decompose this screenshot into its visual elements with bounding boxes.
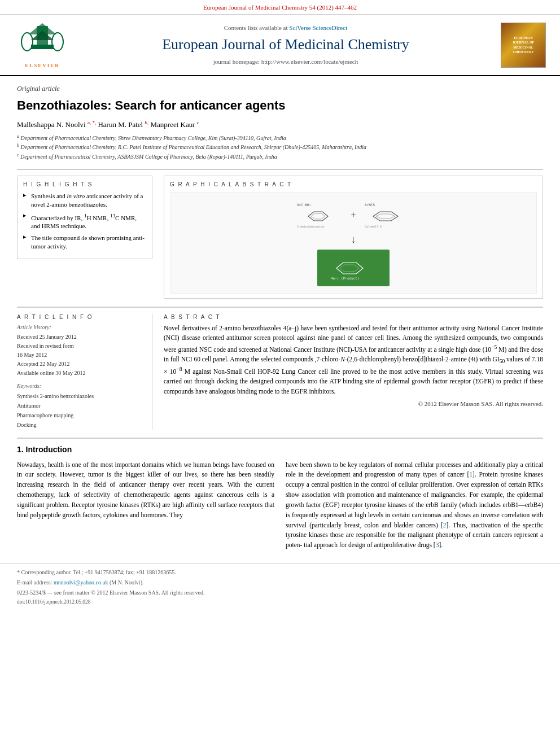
svg-text:4a-j (Product): 4a-j (Product) [331,276,360,281]
keyword-2: Antitumor [17,401,144,410]
introduction-body: Nowadays, health is one of the most impo… [17,460,543,555]
article-dates: Received 25 January 2012 Received in rev… [17,333,144,378]
highlights-graphical-row: H I G H L I G H T S Synthesis and in vit… [17,176,543,299]
svg-text:ArNCS: ArNCS [365,203,375,207]
chem-structure-2-svg: ArNCS Caldwell-3 [362,199,413,230]
author2-name: Harun M. Patel [98,120,143,129]
journal-cover-thumbnail: EUROPEANJOURNAL OFMEDICINALCHEMISTRY [501,23,546,68]
graphical-abstract-image: O=C-NH₂ 2-aminobenzamide + [170,192,537,294]
highlight-item-2: Characterized by IR, 1H NMR, 13C NMR, an… [23,212,146,230]
article-footer: * Corresponding author. Tel.; +91 941756… [0,563,560,610]
abstract-text: Novel derivatives of 2-amino benzothiazo… [164,324,543,396]
keywords-label: Keywords: [17,382,144,390]
info-abstract-row: A R T I C L E I N F O Article history: R… [17,313,543,430]
publisher-logo-area: ELSEVIER [11,20,73,69]
keywords-list: Synthesis 2-amino benzothiazoles Antitum… [17,391,144,430]
article-info-section: A R T I C L E I N F O Article history: R… [17,313,152,430]
journal-header: ELSEVIER Contents lists available at Sci… [0,15,560,76]
product-svg: 4a-j (Product) [325,252,382,281]
abstract-label: A B S T R A C T [164,313,543,321]
section-divider-3 [17,438,543,439]
elsevier-brand-text: ELSEVIER [25,62,60,69]
corresponding-author-footnote: * Corresponding author. Tel.; +91 941756… [17,568,543,576]
issn-line: 0223-5234/$ — see front matter © 2012 El… [17,588,543,597]
article-history-label: Article history: [17,324,144,331]
svg-marker-13 [376,214,395,219]
highlights-section: H I G H L I G H T S Synthesis and in vit… [17,176,152,299]
received-revised-label: Received in revised form [17,342,144,351]
journal-cover-thumbnail-area: EUROPEANJOURNAL OFMEDICINALCHEMISTRY [498,20,549,69]
article-type: Original article [17,84,543,94]
svg-marker-9 [311,213,325,219]
doi-line: doi:10.1016/j.ejmech.2012.05.028 [17,599,543,606]
article-title: Benzothiazoles: Search for anticancer ag… [17,97,543,115]
product-structure: 4a-j (Product) [317,250,390,286]
graphical-abstract-box: G R A P H I C A L A B S T R A C T O=C-NH… [164,176,543,299]
affiliations: a Department of Pharmaceutical Chemistry… [17,133,543,161]
author3-sup: c [197,120,199,125]
section-divider-2 [17,307,543,308]
chem-structure-1-svg: O=C-NH₂ 2-aminobenzamide [294,199,345,230]
affiliation-c: c Department of Pharmaceutical Chemistry… [17,152,543,161]
introduction-heading: 1. Introduction [17,444,543,456]
intro-left-para1: Nowadays, health is one of the most impo… [17,460,274,521]
highlights-box: H I G H L I G H T S Synthesis and in vit… [17,176,152,259]
journal-title: European Journal of Medicinal Chemistry [162,34,409,55]
intro-right-col: have been shown to be key regulators of … [286,460,543,555]
graphical-abstract-section: G R A P H I C A L A B S T R A C T O=C-NH… [164,176,543,299]
email-footnote: E-mail address: mnnoolvi@yahoo.co.uk (M.… [17,578,543,587]
received-date: Received 25 January 2012 [17,333,144,342]
svg-marker-16 [340,265,359,272]
highlights-label: H I G H L I G H T S [23,181,146,189]
section-divider-1 [17,169,543,170]
highlights-list: Synthesis and in vitro anticancer activi… [23,192,146,251]
available-online-date: Available online 30 May 2012 [17,369,144,378]
author1-sup: a, *, [88,120,96,125]
reaction-arrow: ↓ [351,233,356,247]
graphical-abstract-label: G R A P H I C A L A B S T R A C T [170,181,537,189]
author3-name: Manpreet Kaur [150,120,195,129]
affiliation-b: b Department of Pharmaceutical Chemistry… [17,142,543,151]
sciverse-line: Contents lists available at SciVerse Sci… [224,24,347,32]
chem-row-top: O=C-NH₂ 2-aminobenzamide + [294,199,412,230]
svg-text:2-aminobenzamide: 2-aminobenzamide [297,225,324,228]
keyword-4: Docking [17,420,144,430]
elsevier-logo-icon [17,20,68,60]
svg-text:O=C-NH₂: O=C-NH₂ [297,203,311,207]
svg-marker-12 [373,212,398,221]
sciverse-link[interactable]: SciVerse ScienceDirect [289,24,347,31]
svg-text:Caldwell-3: Caldwell-3 [365,225,382,228]
article-info-label: A R T I C L E I N F O [17,313,144,321]
accepted-date: Accepted 22 May 2012 [17,360,144,369]
intro-left-col: Nowadays, health is one of the most impo… [17,460,274,555]
keywords-section: Keywords: Synthesis 2-amino benzothiazol… [17,382,144,430]
abstract-section: A B S T R A C T Novel derivatives of 2-a… [164,313,543,430]
keyword-1: Synthesis 2-amino benzothiazoles [17,391,144,401]
author2-sup: b, [145,120,148,125]
article-body: Original article Benzothiazoles: Search … [0,76,560,563]
author1-name: Malleshappa N. Noolvi [17,120,86,129]
intro-right-para1: have been shown to be key regulators of … [286,460,543,551]
affiliation-a: a Department of Pharmaceutical Chemistry… [17,133,543,142]
abstract-copyright: © 2012 Elsevier Masson SAS. All rights r… [164,400,543,408]
journal-reference: European Journal of Medicinal Chemistry … [0,0,560,15]
chemical-diagram: O=C-NH₂ 2-aminobenzamide + [290,195,417,290]
highlight-item-1: Synthesis and in vitro anticancer activi… [23,192,146,209]
journal-homepage: journal homepage: http://www.elsevier.co… [213,58,358,66]
journal-title-area: Contents lists available at SciVerse Sci… [79,20,492,69]
highlight-item-3: The title compound 4e shown promising an… [23,234,146,251]
keyword-3: Pharmacophore mapping [17,410,144,420]
revised-date: 16 May 2012 [17,351,144,360]
email-link[interactable]: mnnoolvi@yahoo.co.uk [54,579,108,586]
authors-line: Malleshappa N. Noolvi a, *, Harun M. Pat… [17,119,543,130]
svg-rect-4 [31,45,54,49]
